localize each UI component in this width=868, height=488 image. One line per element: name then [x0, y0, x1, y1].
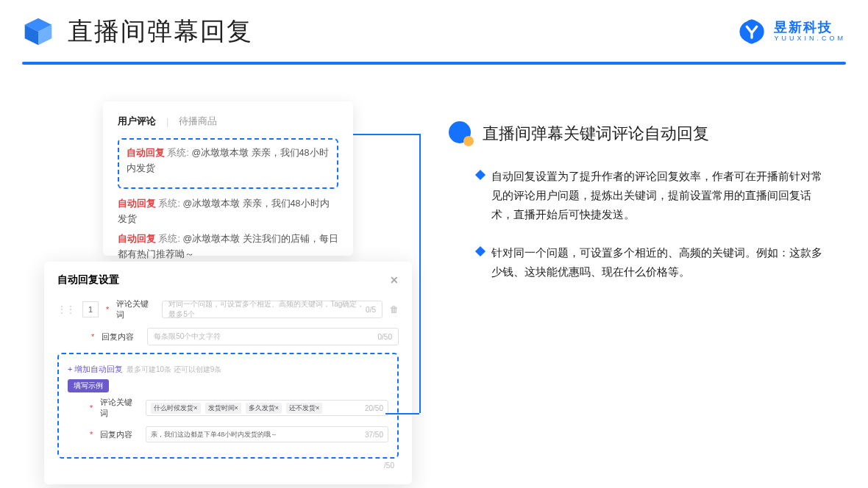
brand-subtitle: YUUXIN.COM: [774, 35, 846, 43]
keyword-row: ⋮⋮ 1 * 评论关键词 对同一个问题，可设置多个相近、高频的关键词，Tag确定…: [57, 298, 399, 320]
required-dot: *: [90, 403, 93, 412]
reply-input[interactable]: 每条限50个中文字符 0/50: [147, 328, 399, 345]
comments-card: 用户评论 | 待播商品 自动回复 系统: @冰墩墩本墩 亲亲，我们48小时内发货…: [103, 101, 353, 256]
ex-keyword-count: 20/50: [365, 404, 383, 412]
page-title: 直播间弹幕回复: [68, 15, 253, 49]
add-sub-text: 最多可建10条 还可以创建9条: [127, 365, 221, 373]
brand-text: 昱新科技 YUUXIN.COM: [774, 21, 846, 43]
brand-name: 昱新科技: [774, 21, 846, 35]
example-chip: 填写示例: [68, 379, 109, 392]
drag-handle-icon[interactable]: ⋮⋮: [57, 304, 75, 315]
tab-pending-goods[interactable]: 待播商品: [179, 115, 217, 128]
section-header: 直播间弹幕关键词评论自动回复: [449, 121, 831, 146]
ex-reply-text: 亲，我们这边都是下单48小时内发货的哦～: [151, 430, 277, 439]
add-auto-reply-link[interactable]: + 增加自动回复: [68, 365, 123, 373]
system-tag: 系统:: [158, 234, 179, 244]
example-box: + 增加自动回复 最多可建10条 还可以创建9条 填写示例 * 评论关键词 什么…: [57, 353, 399, 459]
tag[interactable]: 还不发货×: [286, 403, 322, 414]
comment-row: 自动回复 系统: @冰墩墩本墩 关注我们的店铺，每日都有热门推荐呦～: [118, 232, 338, 263]
ex-reply-count: 37/50: [365, 431, 383, 439]
settings-title: 自动回复设置: [57, 273, 119, 287]
bullet-text: 针对同一个问题，可设置多个相近的、高频的关键词。例如：这款多少钱、这块能优惠吗、…: [491, 243, 831, 281]
diamond-icon: [475, 246, 485, 256]
tag[interactable]: 多久发货×: [246, 403, 282, 414]
brand: 昱新科技 YUUXIN.COM: [737, 17, 846, 46]
bullet-text: 自动回复设置为了提升作者的评论回复效率，作者可在开播前针对常见的评论用户问题，提…: [491, 167, 831, 224]
keyword-count: 0/5: [366, 306, 376, 314]
description-area: 直播间弹幕关键词评论自动回复 自动回复设置为了提升作者的评论回复效率，作者可在开…: [449, 121, 831, 301]
comment-row: 自动回复 系统: @冰墩墩本墩 亲亲，我们48小时内发货: [118, 196, 338, 228]
comment-row: 自动回复 系统: @冰墩墩本墩 亲亲，我们48小时内发货: [127, 146, 330, 177]
settings-header: 自动回复设置 ✕: [57, 273, 399, 287]
auto-reply-tag: 自动回复: [127, 148, 165, 158]
system-tag: 系统:: [158, 198, 179, 209]
ex-keyword-input[interactable]: 什么时候发货× 发货时间× 多久发货× 还不发货× 20/50: [146, 400, 388, 416]
reply-placeholder: 每条限50个中文字符: [154, 331, 221, 342]
reply-label: 回复内容: [102, 331, 140, 342]
ex-reply-label: 回复内容: [100, 429, 138, 440]
reply-row: * 回复内容 每条限50个中文字符 0/50: [57, 328, 399, 345]
ex-tagset: 什么时候发货× 发货时间× 多久发货× 还不发货×: [151, 403, 322, 414]
reply-count: 0/50: [378, 333, 392, 341]
trash-icon[interactable]: 🗑: [390, 304, 399, 315]
index-box: 1: [82, 301, 99, 317]
auto-reply-tag: 自动回复: [118, 234, 156, 244]
tab-user-comments[interactable]: 用户评论: [118, 115, 156, 128]
header-divider: [22, 62, 846, 65]
tag[interactable]: 发货时间×: [205, 403, 241, 414]
header: 直播间弹幕回复 昱新科技 YUUXIN.COM: [22, 15, 846, 49]
brand-logo-icon: [737, 17, 766, 46]
tabs: 用户评论 | 待播商品: [118, 115, 338, 128]
required-dot: *: [106, 305, 109, 314]
section-title: 直播间弹幕关键词评论自动回复: [483, 123, 709, 145]
bottom-count: /50: [57, 462, 399, 470]
settings-card: 自动回复设置 ✕ ⋮⋮ 1 * 评论关键词 对同一个问题，可设置多个相近、高频的…: [44, 262, 412, 484]
bullet-row: 针对同一个问题，可设置多个相近的、高频的关键词。例如：这款多少钱、这块能优惠吗、…: [477, 243, 831, 281]
connector-line: [419, 134, 421, 413]
connector-line: [353, 134, 419, 135]
diamond-icon: [475, 170, 485, 180]
close-icon[interactable]: ✕: [390, 274, 399, 286]
example-keyword-row: * 评论关键词 什么时候发货× 发货时间× 多久发货× 还不发货× 20/50: [68, 397, 388, 419]
keyword-placeholder: 对同一个问题，可设置多个相近、高频的关键词，Tag确定，最多5个: [168, 299, 366, 320]
circle-icon: [449, 121, 474, 146]
system-tag: 系统:: [167, 148, 188, 158]
example-reply-row: * 回复内容 亲，我们这边都是下单48小时内发货的哦～ 37/50: [68, 426, 388, 442]
tab-divider: |: [166, 116, 168, 127]
highlighted-comment-box: 自动回复 系统: @冰墩墩本墩 亲亲，我们48小时内发货: [118, 138, 338, 189]
auto-reply-tag: 自动回复: [118, 198, 156, 209]
ex-keyword-label: 评论关键词: [100, 397, 138, 419]
tag[interactable]: 什么时候发货×: [151, 403, 200, 414]
header-left: 直播间弹幕回复: [22, 15, 253, 49]
required-dot: *: [91, 332, 94, 341]
cube-icon: [22, 15, 54, 48]
keyword-label: 评论关键词: [116, 298, 154, 320]
ex-reply-input[interactable]: 亲，我们这边都是下单48小时内发货的哦～ 37/50: [146, 426, 388, 442]
required-dot: *: [90, 430, 93, 439]
bullet-row: 自动回复设置为了提升作者的评论回复效率，作者可在开播前针对常见的评论用户问题，提…: [477, 167, 831, 224]
keyword-input[interactable]: 对同一个问题，可设置多个相近、高频的关键词，Tag确定，最多5个 0/5: [162, 301, 383, 318]
